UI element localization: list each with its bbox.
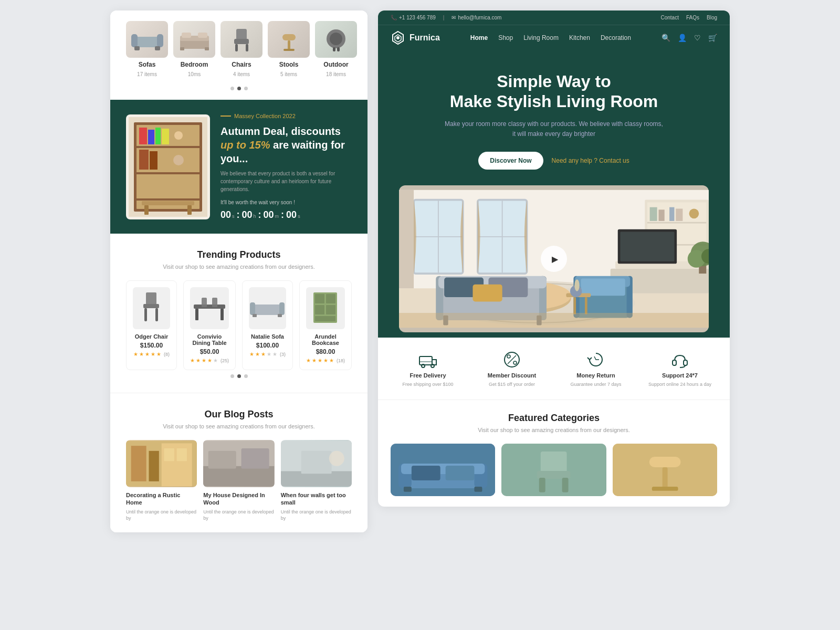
category-img-stools	[268, 21, 310, 58]
product-reviews-chair: (8)	[164, 352, 170, 357]
feat-cat-sofas[interactable]	[391, 444, 495, 496]
svg-rect-154	[562, 478, 569, 492]
svg-rect-69	[203, 466, 274, 487]
product-name-bookcase: Arundel Bookcase	[306, 333, 345, 346]
category-item-outdoor[interactable]: Outdoor 18 items	[315, 21, 357, 77]
contact-us-link[interactable]: Contact us	[599, 157, 629, 164]
feature-delivery-desc: Free shipping over $100	[402, 382, 453, 387]
feature-discount-title: Member Discount	[488, 372, 536, 379]
nav-link-shop[interactable]: Shop	[498, 34, 513, 41]
feat-cat-stools[interactable]	[613, 444, 717, 496]
svg-point-36	[173, 155, 184, 165]
category-item-sofas[interactable]: Sofas 17 items	[126, 21, 168, 77]
left-panel: Sofas 17 items Bedroom 10ms	[110, 10, 368, 532]
svg-rect-29	[148, 130, 154, 144]
svg-rect-51	[251, 304, 283, 315]
svg-rect-94	[658, 210, 664, 222]
svg-rect-87	[399, 190, 414, 288]
hero-title-line2: Make Stylish Living Room	[450, 92, 658, 111]
top-bar-phone: 📞 +1 123 456 789	[391, 15, 436, 20]
blog-img-wood	[203, 440, 274, 487]
svg-rect-66	[164, 448, 174, 461]
feature-return-title: Money Return	[576, 372, 615, 379]
category-item-bedroom[interactable]: Bedroom 10ms	[173, 21, 215, 77]
category-item-chairs[interactable]: Chairs 4 items	[220, 21, 262, 77]
search-icon[interactable]: 🔍	[662, 34, 670, 42]
feat-cat-chairs[interactable]	[501, 444, 606, 496]
svg-rect-40	[146, 292, 156, 306]
product-card-dining[interactable]: Convivio Dining Table $50.00 ★ ★ ★ ★ ★ (…	[183, 280, 236, 370]
categories-section: Sofas 17 items Bedroom 10ms	[110, 10, 368, 100]
heart-icon[interactable]: ♡	[694, 34, 701, 42]
blog-title-wood: My House Designed In Wood	[203, 491, 274, 507]
play-button[interactable]	[541, 246, 567, 272]
help-text: Need any help ?	[552, 157, 597, 164]
nav-icons: 🔍 👤 ♡ 🛒	[662, 34, 717, 42]
svg-rect-74	[301, 451, 331, 474]
help-button[interactable]: Need any help ? Contact us	[552, 157, 629, 164]
svg-rect-156	[649, 457, 680, 467]
svg-rect-63	[131, 446, 146, 481]
category-item-stools[interactable]: Stools 5 items	[268, 21, 310, 77]
prod-dot-3[interactable]	[244, 374, 248, 378]
countdown-hours: 00 h	[242, 209, 256, 220]
category-label-bedroom: Bedroom	[181, 61, 208, 68]
blog-desc-rustic: Until the orange one is developed by	[126, 509, 197, 522]
svg-rect-53	[279, 302, 285, 315]
dot-2[interactable]	[237, 87, 241, 90]
featured-cats-title: Featured Categories	[391, 413, 717, 424]
top-bar-email: ✉ hello@furnica.com	[452, 15, 501, 20]
dot-1[interactable]	[230, 87, 234, 90]
category-img-bedroom	[173, 21, 215, 58]
product-name-dining: Convivio Dining Table	[190, 333, 229, 346]
blog-card-walls[interactable]: When four walls get too small Until the …	[281, 440, 352, 522]
carousel-dots-products	[126, 370, 352, 382]
hero-title-line1: Simple Way to	[497, 72, 611, 91]
prod-dot-2[interactable]	[237, 374, 241, 378]
blog-subtitle: Visit our shop to see amazing creations …	[126, 423, 352, 429]
topbar-faqs-link[interactable]: FAQs	[686, 15, 699, 20]
blog-card-wood[interactable]: My House Designed In Wood Until the oran…	[203, 440, 274, 522]
product-reviews-dining: (25)	[220, 358, 229, 363]
logo[interactable]: Furnica	[391, 30, 440, 45]
nav-link-living[interactable]: Living Room	[523, 34, 559, 41]
top-bar-right: Contact FAQs Blog	[661, 15, 718, 20]
hero-subtitle-line1: Make your room more classy with our prod…	[445, 120, 663, 128]
category-img-outdoor	[315, 21, 357, 58]
dot-3[interactable]	[244, 87, 248, 90]
svg-point-136	[507, 355, 510, 358]
user-icon[interactable]: 👤	[678, 34, 687, 42]
countdown-extra: 00 s	[286, 209, 300, 220]
topbar-blog-link[interactable]: Blog	[707, 15, 717, 20]
svg-rect-31	[162, 129, 169, 144]
nav-link-home[interactable]: Home	[470, 34, 488, 41]
feature-discount: Member Discount Get $15 off your order	[472, 350, 551, 387]
email-address: hello@furnica.com	[458, 15, 501, 20]
product-stars-chair: ★ ★ ★ ★ ★ (8)	[133, 351, 170, 357]
product-card-bookcase[interactable]: Arundel Bookcase $80.00 ★ ★ ★ ★ ★ (18)	[299, 280, 352, 370]
svg-point-76	[396, 36, 400, 39]
svg-rect-151	[541, 452, 567, 472]
discover-button[interactable]: Discover Now	[478, 152, 543, 170]
blog-title: Our Blog Posts	[126, 409, 352, 420]
support-icon	[670, 350, 689, 369]
blog-card-rustic[interactable]: Decorating a Rustic Home Until the orang…	[126, 440, 197, 522]
category-label-chairs: Chairs	[232, 61, 251, 68]
prod-dot-1[interactable]	[230, 374, 234, 378]
cart-icon[interactable]: 🛒	[708, 34, 717, 42]
svg-rect-157	[662, 467, 667, 488]
product-stars-bookcase: ★ ★ ★ ★ ★ (18)	[306, 358, 345, 363]
svg-rect-25	[136, 146, 200, 148]
nav-link-kitchen[interactable]: Kitchen	[569, 34, 590, 41]
svg-rect-20	[333, 47, 335, 51]
product-card-sofa[interactable]: Natalie Sofa $100.00 ★ ★ ★ ★ ★ (3)	[242, 280, 293, 370]
countdown-h: 00	[242, 209, 253, 220]
nav-link-decoration[interactable]: Decoration	[601, 34, 631, 41]
topbar-contact-link[interactable]: Contact	[661, 15, 679, 20]
svg-rect-9	[180, 47, 184, 50]
product-card-chair[interactable]: Odger Chair $150.00 ★ ★ ★ ★ ★ (8)	[126, 280, 177, 370]
svg-rect-28	[139, 128, 147, 144]
svg-rect-39	[187, 205, 192, 215]
feature-delivery-title: Free Delivery	[410, 372, 446, 379]
svg-rect-58	[326, 294, 335, 303]
